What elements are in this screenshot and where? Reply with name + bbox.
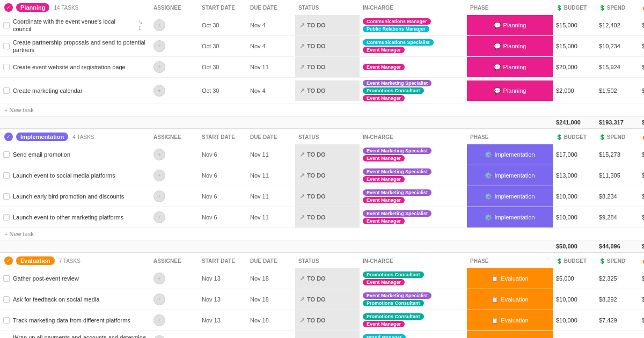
totals-due	[247, 240, 295, 252]
section-badge-evaluation: Evaluation	[16, 256, 55, 265]
task-checkbox[interactable]	[3, 172, 10, 179]
phase-name: Implementation	[494, 151, 535, 158]
phase-icon: 💬	[494, 87, 501, 94]
due-date-cell: Nov 18	[247, 273, 295, 284]
due-date-cell: Nov 4	[247, 85, 295, 96]
status-cell[interactable]: ↗ TO DO	[295, 80, 360, 101]
section-title-planning[interactable]: ✓ Planning 14 TASKS	[0, 0, 150, 15]
status-cell[interactable]: ↗ TO DO	[295, 165, 360, 186]
task-checkbox[interactable]	[3, 151, 10, 158]
task-checkbox[interactable]	[3, 43, 10, 49]
phase-cell: 📋 Evaluation	[467, 268, 553, 289]
status-cell[interactable]: ↗ TO DO	[295, 36, 360, 56]
task-checkbox[interactable]	[3, 87, 10, 94]
status-cell[interactable]: ↗ TO DO	[295, 207, 360, 227]
status-cell[interactable]: ↗ TO DO	[295, 310, 360, 330]
assignee-cell: +	[150, 333, 199, 338]
totals-incharge	[360, 240, 467, 252]
totals-incharge	[360, 116, 467, 128]
section-toggle-evaluation[interactable]: ✓	[4, 256, 13, 265]
in-charge-cell: Event Marketing SpecialistEvent Manager	[360, 208, 467, 226]
task-row: Gather post-event review + Nov 13 Nov 18…	[0, 268, 644, 289]
spend-cell: $12,402	[596, 20, 639, 31]
status-arrow-icon: ↗	[299, 42, 305, 50]
task-checkbox[interactable]	[3, 275, 10, 282]
balance-cell: $2,598	[639, 20, 644, 31]
assignee-avatar[interactable]: +	[153, 61, 165, 73]
in-charge-cell: Event Marketing SpecialistPromotions Con…	[360, 78, 467, 104]
task-checkbox[interactable]	[3, 22, 10, 28]
assignee-avatar[interactable]: +	[153, 293, 165, 305]
assignee-avatar[interactable]: +	[153, 211, 165, 223]
assignee-avatar[interactable]: +	[153, 314, 165, 326]
status-arrow-icon: ↗	[299, 21, 305, 29]
section-header-planning: ✓ Planning 14 TASKS ASSIGNEE START DATE …	[0, 0, 644, 15]
role-badge: Event Manager	[363, 197, 405, 203]
phase-cell: 📋 Evaluation	[467, 310, 553, 330]
totals-budget: $50,000	[553, 240, 596, 252]
task-checkbox[interactable]	[3, 64, 10, 70]
totals-phase	[467, 116, 553, 128]
status-text: TO DO	[307, 22, 326, 28]
totals-label	[0, 116, 150, 128]
start-date-cell: Oct 30	[199, 85, 247, 96]
phase-name: Evaluation	[501, 275, 528, 282]
col-start: START DATE	[199, 256, 247, 266]
task-name: Coordinate with the event venue's local …	[13, 18, 135, 33]
start-date-cell: Nov 6	[199, 149, 247, 160]
assignee-avatar[interactable]: +	[153, 40, 165, 52]
section-toggle-implementation[interactable]: ✓	[4, 133, 13, 141]
assignee-avatar[interactable]: +	[153, 190, 165, 202]
new-task-button-planning[interactable]: + New task	[0, 104, 644, 116]
assignee-avatar[interactable]: +	[153, 19, 165, 31]
role-badge: Event Manager	[363, 218, 405, 224]
status-cell[interactable]: ↗ TO DO	[295, 57, 360, 77]
status-arrow-icon: ↗	[299, 172, 305, 179]
task-checkbox[interactable]	[3, 317, 10, 324]
assignee-cell: +	[150, 59, 199, 75]
assignee-avatar[interactable]: +	[153, 85, 165, 97]
col-spend: 💲 SPEND	[596, 3, 639, 13]
phase-icon: ⚙️	[485, 172, 492, 179]
balance-cell: $4,076	[639, 62, 644, 72]
assignee-avatar[interactable]: +	[153, 273, 165, 284]
task-row: Launch event to social media platforms +…	[0, 165, 644, 186]
phase-badge: ⚙️ Implementation	[467, 191, 553, 202]
task-checkbox[interactable]	[3, 296, 10, 303]
subtask-indicator: ↳ 1	[138, 19, 147, 31]
assignee-avatar[interactable]: +	[153, 335, 165, 338]
status-arrow-icon: ↗	[299, 275, 305, 282]
spend-cell: $15,924	[596, 62, 639, 72]
task-name-cell: Create partnership proposals and send to…	[0, 36, 150, 56]
status-cell[interactable]: ↗ TO DO	[295, 144, 360, 165]
task-name-cell: Coordinate with the event venue's local …	[0, 16, 150, 35]
section-title-evaluation[interactable]: ✓ Evaluation 7 TASKS	[0, 253, 150, 268]
task-name: Create partnership proposals and send to…	[13, 39, 147, 54]
status-cell[interactable]: ↗ TO DO	[295, 289, 360, 310]
status-text: TO DO	[307, 172, 326, 179]
new-task-button-implementation[interactable]: + New task	[0, 228, 644, 240]
status-cell[interactable]: ↗ TO DO	[295, 331, 360, 338]
section-toggle-planning[interactable]: ✓	[4, 3, 13, 12]
assignee-avatar[interactable]: +	[153, 149, 165, 160]
task-row: Track marketing data from different plat…	[0, 310, 644, 331]
balance-cell: $1,695	[639, 170, 644, 181]
phase-badge: 💬 Planning	[467, 41, 553, 52]
role-badge: Brand Manager	[363, 334, 406, 338]
assignee-avatar[interactable]: +	[153, 170, 165, 181]
start-date-cell: Nov 6	[199, 212, 247, 223]
spend-cell: $97,293	[596, 336, 639, 338]
role-badge: Communications Manager	[363, 18, 431, 25]
status-text: TO DO	[307, 43, 326, 49]
status-cell[interactable]: ↗ TO DO	[295, 186, 360, 207]
section-title-implementation[interactable]: ✓ Implementation 4 TASKS	[0, 129, 150, 144]
role-badge: Event Marketing Specialist	[363, 168, 431, 175]
task-checkbox[interactable]	[3, 193, 10, 200]
task-row: Create marketing calendar + Oct 30 Nov 4…	[0, 78, 644, 104]
col-status: STATUS	[295, 3, 360, 13]
status-cell[interactable]: ↗ TO DO	[295, 268, 360, 289]
task-row: Create partnership proposals and send to…	[0, 36, 644, 57]
in-charge-cell: Event Marketing SpecialistEvent Manager	[360, 145, 467, 164]
status-cell[interactable]: ↗ TO DO	[295, 15, 360, 35]
task-checkbox[interactable]	[3, 214, 10, 221]
